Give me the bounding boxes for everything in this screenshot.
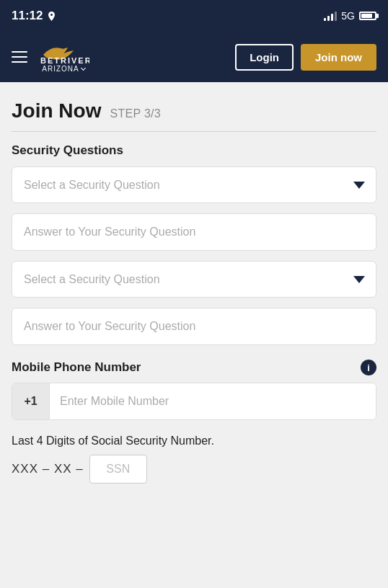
brand-logo-bird: BETRIVERS	[38, 42, 89, 63]
phone-input-row: +1	[12, 383, 376, 420]
phone-section: Mobile Phone Number i +1	[12, 360, 376, 420]
status-right: 5G	[324, 10, 376, 22]
ssn-label: Last 4 Digits of Social Security Number.	[12, 435, 376, 447]
phone-label: Mobile Phone Number	[12, 360, 141, 375]
battery-icon	[359, 12, 376, 20]
security-question-1-wrapper: Select a Security Question	[12, 166, 376, 203]
phone-label-row: Mobile Phone Number i	[12, 360, 376, 375]
security-answer-1-group	[12, 213, 376, 251]
main-content: Join Now STEP 3/3 Security Questions Sel…	[0, 82, 388, 501]
state-chevron-icon	[81, 65, 86, 70]
page-step: STEP 3/3	[110, 107, 161, 120]
nav-left: BETRIVERS ARIZONA	[12, 42, 89, 73]
security-question-2-wrapper: Select a Security Question	[12, 261, 376, 298]
security-question-1-group: Select a Security Question	[12, 166, 376, 203]
page-title-row: Join Now STEP 3/3	[12, 99, 376, 132]
signal-icon	[324, 11, 337, 21]
ssn-row: XXX – XX –	[12, 455, 376, 484]
phone-info-icon[interactable]: i	[361, 360, 376, 375]
nav-right: Login Join now	[235, 44, 376, 71]
logo-container: BETRIVERS ARIZONA	[38, 42, 89, 73]
security-answer-1-input[interactable]	[12, 213, 376, 251]
ssn-input[interactable]	[89, 455, 147, 484]
menu-icon[interactable]	[12, 51, 27, 63]
join-now-button[interactable]: Join now	[301, 44, 376, 71]
phone-input[interactable]	[50, 383, 376, 419]
security-answer-2-input[interactable]	[12, 308, 376, 345]
page-title: Join Now	[12, 99, 101, 122]
security-question-2-group: Select a Security Question	[12, 261, 376, 298]
time-display: 11:12	[12, 9, 43, 23]
login-button[interactable]: Login	[235, 44, 294, 71]
phone-prefix: +1	[12, 383, 50, 419]
svg-text:BETRIVERS: BETRIVERS	[40, 56, 89, 63]
security-section-label: Security Questions	[12, 143, 376, 158]
logo-state: ARIZONA	[42, 65, 79, 73]
status-bar: 11:12 5G	[0, 0, 388, 32]
ssn-mask: XXX – XX –	[12, 462, 84, 476]
status-time: 11:12	[12, 9, 56, 23]
security-question-1-select[interactable]: Select a Security Question	[12, 166, 376, 203]
nav-bar: BETRIVERS ARIZONA Login Join now	[0, 32, 388, 82]
ssn-section: Last 4 Digits of Social Security Number.…	[12, 435, 376, 484]
logo-subtitle: ARIZONA	[42, 65, 84, 73]
location-icon	[47, 12, 56, 21]
security-question-2-select[interactable]: Select a Security Question	[12, 261, 376, 298]
network-label: 5G	[341, 10, 355, 22]
security-answer-2-group	[12, 308, 376, 345]
